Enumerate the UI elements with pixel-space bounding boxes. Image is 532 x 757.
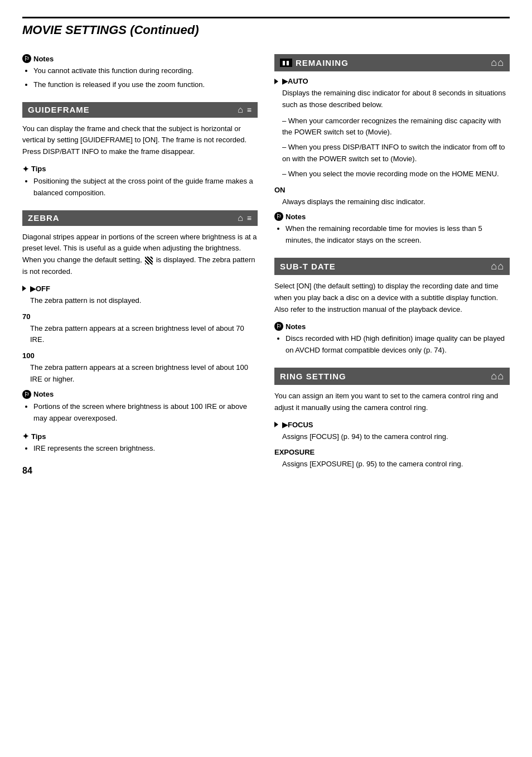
zebra-off-heading: ▶OFF: [22, 285, 258, 293]
on-desc: Always displays the remaining disc indic…: [274, 196, 510, 208]
guideframe-section: GUIDEFRAME You can display the frame and…: [22, 102, 258, 199]
ring-setting-header: RING SETTING ⌂: [274, 368, 510, 385]
zebra-100-heading: 100: [22, 351, 258, 360]
notes-icon-sub-t: ⚐: [274, 322, 283, 331]
sub-t-notes-title: ⚐ Notes: [274, 322, 510, 331]
arrow-icon: [22, 286, 26, 291]
list-item: IRE represents the screen brightness.: [33, 443, 258, 455]
remaining-notes-list: When the remaining recordable time for m…: [274, 223, 510, 247]
zebra-header: ZEBRA: [22, 210, 258, 226]
auto-desc: Displays the remaining disc indicator fo…: [274, 88, 510, 111]
notes-list: You cannot activate this function during…: [22, 65, 258, 91]
sub-t-date-body: Select [ON] (the default setting) to dis…: [274, 281, 510, 315]
list-item: The function is released if you use the …: [33, 79, 258, 91]
tips-list: Positioning the subject at the cross poi…: [22, 176, 258, 199]
ring-setting-section: RING SETTING ⌂ You can assign an item yo…: [274, 368, 510, 470]
notes-title: ⚐ Notes: [22, 54, 258, 63]
zebra-section: ZEBRA Diagonal stripes appear in portion…: [22, 210, 258, 455]
home-icon-remaining: ⌂: [491, 57, 504, 69]
notes-icon-remaining: ⚐: [274, 212, 283, 221]
zebra-notes-list: Portions of the screen where brightness …: [22, 401, 258, 425]
right-column: ▮▮ REMAINING ⌂ ▶AUTO Displays the remain…: [274, 54, 510, 481]
notes-icon: ⚐: [22, 54, 31, 63]
on-heading: ON: [274, 186, 510, 194]
zebra-notes-title: ⚐ Notes: [22, 390, 258, 399]
zebra-off-desc: The zebra pattern is not displayed.: [22, 295, 258, 307]
page-number: 84: [22, 466, 258, 476]
arrow-icon-focus: [274, 422, 278, 427]
left-column: ⚐ Notes You cannot activate this functio…: [22, 54, 258, 481]
focus-heading: ▶FOCUS: [274, 421, 510, 429]
tips-icon: ✦: [22, 165, 29, 173]
sub-t-notes-block: ⚐ Notes Discs recorded with HD (high def…: [274, 322, 510, 356]
sub-t-date-section: SUB-T DATE ⌂ Select [ON] (the default se…: [274, 258, 510, 356]
notes-icon-zebra: ⚐: [22, 390, 31, 399]
home-icon-zebra: [238, 213, 244, 223]
auto-list: When your camcorder recognizes the remai…: [274, 115, 510, 180]
remaining-notes-title: ⚐ Notes: [274, 212, 510, 221]
zebra-tips-list: IRE represents the screen brightness.: [22, 443, 258, 455]
tips-title: ✦ Tips: [22, 165, 258, 173]
zebra-pattern-icon: [145, 257, 153, 264]
list-item: You cannot activate this function during…: [33, 65, 258, 77]
list-item: When the remaining recordable time for m…: [286, 223, 510, 247]
ring-setting-body: You can assign an item you want to set t…: [274, 390, 510, 414]
arrow-icon-auto: [274, 79, 278, 84]
zebra-tips-title: ✦ Tips: [22, 432, 258, 441]
focus-desc: Assigns [FOCUS] (p. 94) to the camera co…: [274, 431, 510, 443]
sub-t-date-header: SUB-T DATE ⌂: [274, 258, 510, 275]
list-item: Portions of the screen where brightness …: [33, 401, 258, 425]
guideframe-header: GUIDEFRAME: [22, 102, 258, 118]
home-icon-sub-t: ⌂: [491, 261, 504, 272]
zebra-70-desc: The zebra pattern appears at a screen br…: [22, 323, 258, 346]
page-title: MOVIE SETTINGS (Continued): [22, 17, 510, 37]
auto-heading: ▶AUTO: [274, 77, 510, 85]
exposure-heading: EXPOSURE: [274, 448, 510, 456]
tips-icon-zebra: ✦: [22, 432, 29, 441]
remaining-header: ▮▮ REMAINING ⌂: [274, 54, 510, 71]
sub-t-notes-list: Discs recorded with HD (high definition)…: [274, 333, 510, 356]
film-icon: ▮▮: [280, 59, 292, 67]
zebra-body: Diagonal stripes appear in portions of t…: [22, 232, 258, 278]
list-item: When you select the movie recording mode…: [282, 168, 510, 180]
remaining-section: ▮▮ REMAINING ⌂ ▶AUTO Displays the remain…: [274, 54, 510, 247]
zebra-70-heading: 70: [22, 312, 258, 321]
list-item: Positioning the subject at the cross poi…: [33, 176, 258, 199]
remaining-notes-block: ⚐ Notes When the remaining recordable ti…: [274, 212, 510, 247]
list-item: When your camcorder recognizes the remai…: [282, 115, 510, 139]
home-icon: [238, 105, 244, 115]
menu-icon: [247, 105, 252, 114]
zebra-notes-block: ⚐ Notes Portions of the screen where bri…: [22, 390, 258, 425]
list-item: Discs recorded with HD (high definition)…: [286, 333, 510, 356]
home-icon-ring: ⌂: [491, 370, 504, 382]
exposure-desc: Assigns [EXPOSURE] (p. 95) to the camera…: [274, 459, 510, 470]
guideframe-body: You can display the frame and check that…: [22, 123, 258, 158]
list-item: When you press DISP/BATT INFO to switch …: [282, 142, 510, 165]
menu-icon-zebra: [247, 214, 252, 223]
top-notes-block: ⚐ Notes You cannot activate this functio…: [22, 54, 258, 91]
zebra-100-desc: The zebra pattern appears at a screen br…: [22, 362, 258, 385]
